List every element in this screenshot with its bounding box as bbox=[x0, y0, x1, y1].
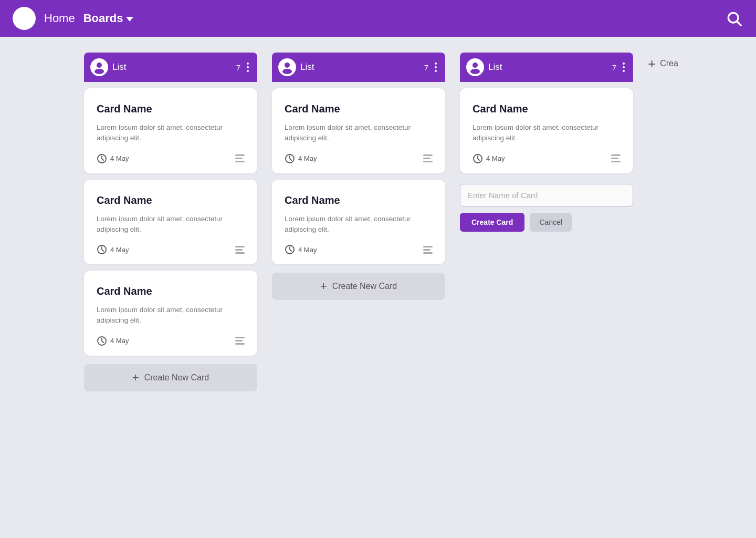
table-row: Card Name Lorem ipsum dolor sit amet, co… bbox=[84, 180, 257, 265]
card-name: Card Name bbox=[97, 285, 245, 297]
boards-label: Boards bbox=[83, 12, 123, 25]
create-card-form: Create Card Cancel bbox=[460, 180, 633, 232]
svg-point-12 bbox=[470, 69, 480, 74]
clock-icon bbox=[97, 336, 107, 346]
svg-point-7 bbox=[285, 63, 290, 68]
card-desc: Lorem ipsum dolor sit amet, consectetur … bbox=[285, 122, 433, 144]
avatar[interactable] bbox=[13, 7, 36, 30]
table-row: Card Name Lorem ipsum dolor sit amet, co… bbox=[272, 180, 445, 265]
card-desc: Lorem ipsum dolor sit amet, consectetur … bbox=[472, 122, 621, 144]
create-new-card-button-col2[interactable]: + Create New Card bbox=[272, 273, 445, 300]
svg-point-11 bbox=[472, 63, 478, 68]
column-1-body: Card Name Lorem ipsum dolor sit amet, co… bbox=[84, 82, 257, 398]
svg-point-2 bbox=[97, 63, 102, 68]
svg-point-8 bbox=[282, 69, 292, 74]
column-3: List 7 Card Name Lorem ipsum dolor sit a… bbox=[460, 53, 633, 238]
list-icon[interactable] bbox=[423, 154, 433, 162]
list-icon[interactable] bbox=[235, 337, 245, 345]
board-main: List 7 Card Name Lorem ipsum dolor sit a… bbox=[0, 37, 756, 413]
date-label: 4 May bbox=[110, 154, 129, 162]
column-1-menu-button[interactable] bbox=[245, 60, 251, 74]
table-row: Card Name Lorem ipsum dolor sit amet, co… bbox=[460, 88, 633, 173]
column-2-header: List 7 bbox=[272, 53, 445, 82]
card-date: 4 May bbox=[97, 244, 129, 255]
clock-icon bbox=[472, 153, 483, 164]
create-new-card-button[interactable]: + Create New Card bbox=[84, 364, 257, 391]
card-desc: Lorem ipsum dolor sit amet, consectetur … bbox=[97, 214, 245, 235]
add-list-label: Crea bbox=[660, 57, 678, 68]
list-icon[interactable] bbox=[235, 154, 245, 162]
column-2: List 7 Card Name Lorem ipsum dolor sit a… bbox=[272, 53, 445, 306]
card-footer: 4 May bbox=[97, 244, 245, 255]
column-3-avatar bbox=[466, 58, 484, 76]
create-card-cancel-button[interactable]: Cancel bbox=[530, 213, 572, 232]
column-3-count: 7 bbox=[612, 63, 616, 72]
create-new-card-label: Create New Card bbox=[332, 282, 397, 291]
clock-icon bbox=[97, 244, 107, 255]
column-2-avatar bbox=[278, 58, 296, 76]
table-row: Card Name Lorem ipsum dolor sit amet, co… bbox=[84, 88, 257, 173]
main-nav: Home Boards bbox=[44, 12, 133, 25]
table-row: Card Name Lorem ipsum dolor sit amet, co… bbox=[84, 271, 257, 356]
card-footer: 4 May bbox=[285, 244, 433, 255]
column-3-body: Card Name Lorem ipsum dolor sit amet, co… bbox=[460, 82, 633, 238]
search-icon bbox=[726, 10, 742, 27]
date-label: 4 May bbox=[298, 154, 317, 162]
column-2-body: Card Name Lorem ipsum dolor sit amet, co… bbox=[272, 82, 445, 306]
plus-icon: + bbox=[132, 371, 139, 385]
plus-icon: + bbox=[648, 57, 656, 70]
card-footer: 4 May bbox=[472, 153, 621, 164]
chevron-down-icon bbox=[126, 17, 133, 22]
column-1: List 7 Card Name Lorem ipsum dolor sit a… bbox=[84, 53, 257, 398]
clock-icon bbox=[285, 153, 295, 164]
date-label: 4 May bbox=[110, 337, 129, 345]
date-label: 4 May bbox=[110, 246, 129, 254]
card-name: Card Name bbox=[285, 103, 433, 115]
date-label: 4 May bbox=[486, 154, 505, 162]
home-nav-item[interactable]: Home bbox=[44, 12, 75, 25]
search-button[interactable] bbox=[724, 9, 743, 28]
card-name: Card Name bbox=[472, 103, 621, 115]
create-card-actions: Create Card Cancel bbox=[460, 213, 633, 232]
card-name: Card Name bbox=[97, 194, 245, 206]
add-list-column[interactable]: + Crea bbox=[648, 53, 753, 70]
clock-icon bbox=[285, 244, 295, 255]
column-3-menu-button[interactable] bbox=[621, 60, 627, 74]
card-date: 4 May bbox=[285, 244, 317, 255]
column-3-header: List 7 bbox=[460, 53, 633, 82]
column-1-count: 7 bbox=[236, 63, 240, 72]
app-header: Home Boards bbox=[0, 0, 756, 37]
column-1-header: List 7 bbox=[84, 53, 257, 82]
column-1-title: List bbox=[112, 62, 230, 73]
card-desc: Lorem ipsum dolor sit amet, consectetur … bbox=[285, 214, 433, 235]
svg-point-3 bbox=[94, 69, 104, 74]
clock-icon bbox=[97, 153, 107, 164]
card-date: 4 May bbox=[97, 336, 129, 346]
card-name: Card Name bbox=[285, 194, 433, 206]
date-label: 4 May bbox=[298, 246, 317, 254]
card-name: Card Name bbox=[97, 103, 245, 115]
boards-nav-item[interactable]: Boards bbox=[83, 12, 134, 25]
plus-icon: + bbox=[320, 280, 327, 293]
table-row: Card Name Lorem ipsum dolor sit amet, co… bbox=[272, 88, 445, 173]
card-footer: 4 May bbox=[97, 153, 245, 164]
column-2-count: 7 bbox=[424, 63, 428, 72]
list-icon[interactable] bbox=[235, 246, 245, 254]
card-footer: 4 May bbox=[97, 336, 245, 346]
svg-line-1 bbox=[737, 22, 741, 25]
create-new-card-label: Create New Card bbox=[144, 373, 209, 382]
card-name-input[interactable] bbox=[460, 184, 633, 206]
card-date: 4 May bbox=[97, 153, 129, 164]
list-icon[interactable] bbox=[611, 154, 621, 162]
card-date: 4 May bbox=[472, 153, 505, 164]
column-1-avatar bbox=[90, 58, 108, 76]
column-2-title: List bbox=[300, 62, 418, 73]
card-desc: Lorem ipsum dolor sit amet, consectetur … bbox=[97, 305, 245, 326]
list-icon[interactable] bbox=[423, 246, 433, 254]
column-2-menu-button[interactable] bbox=[433, 60, 439, 74]
card-desc: Lorem ipsum dolor sit amet, consectetur … bbox=[97, 122, 245, 144]
create-card-submit-button[interactable]: Create Card bbox=[460, 213, 524, 232]
column-3-title: List bbox=[488, 62, 606, 73]
card-date: 4 May bbox=[285, 153, 317, 164]
card-footer: 4 May bbox=[285, 153, 433, 164]
